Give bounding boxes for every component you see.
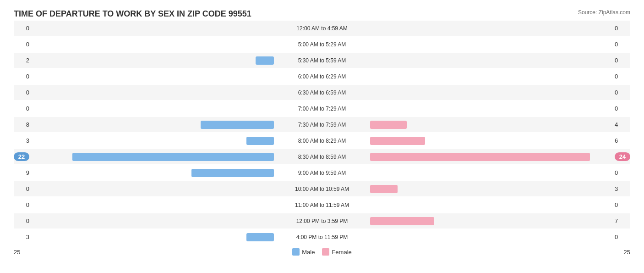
male-bar-wrap: [72, 153, 274, 161]
legend-male-box: [292, 248, 300, 256]
female-value: 0: [612, 169, 630, 176]
legend-female-label: Female: [332, 249, 351, 256]
table-row: 38:00 AM to 8:29 AM6: [14, 133, 630, 148]
table-row: 012:00 AM to 4:59 AM0: [14, 21, 630, 36]
male-value: 3: [14, 137, 32, 144]
chart-footer: 25 Male Female 25: [14, 248, 630, 256]
time-label: 6:00 AM to 6:29 AM: [298, 73, 346, 80]
time-label: 5:30 AM to 5:59 AM: [298, 57, 346, 64]
female-bar: [370, 121, 407, 129]
footer-right-val: 25: [624, 249, 630, 256]
male-bar-wrap: [201, 121, 274, 129]
female-bar-wrap: [370, 121, 407, 129]
male-value: 0: [14, 201, 32, 208]
female-value: 0: [612, 201, 630, 208]
time-label: 12:00 PM to 3:59 PM: [296, 218, 348, 224]
female-bar: [370, 153, 590, 161]
female-bar-wrap: [370, 137, 425, 145]
male-bar: [246, 137, 274, 145]
time-label: 10:00 AM to 10:59 AM: [295, 186, 349, 192]
female-value: 3: [612, 185, 630, 192]
bars-container: 8:00 AM to 8:29 AM: [32, 133, 612, 148]
bars-container: 12:00 PM to 3:59 PM: [32, 213, 612, 228]
time-label: 12:00 AM to 4:59 AM: [296, 25, 347, 32]
table-row: 06:30 AM to 6:59 AM0: [14, 85, 630, 100]
legend: Male Female: [292, 248, 352, 256]
time-label: 8:30 AM to 8:59 AM: [298, 154, 346, 160]
bars-container: 7:00 AM to 7:29 AM: [32, 101, 612, 116]
female-value: 7: [612, 217, 630, 224]
bars-container: 12:00 AM to 4:59 AM: [32, 21, 612, 36]
time-label: 5:00 AM to 5:29 AM: [298, 41, 346, 48]
female-value: 24: [615, 152, 630, 161]
female-value: 0: [612, 25, 630, 32]
bars-container: 5:00 AM to 5:29 AM: [32, 37, 612, 52]
female-value: 6: [612, 137, 630, 144]
table-row: 25:30 AM to 5:59 AM0: [14, 53, 630, 68]
male-bar-wrap: [191, 169, 274, 177]
chart-title: TIME OF DEPARTURE TO WORK BY SEX IN ZIP …: [14, 9, 251, 19]
time-label: 7:00 AM to 7:29 AM: [298, 106, 346, 112]
female-bar: [370, 137, 425, 145]
bars-container: 5:30 AM to 5:59 AM: [32, 53, 612, 68]
time-label: 9:00 AM to 9:59 AM: [298, 170, 346, 176]
table-row: 87:30 AM to 7:59 AM4: [14, 117, 630, 132]
male-bar-wrap: [246, 233, 274, 241]
bars-container: 6:30 AM to 6:59 AM: [32, 85, 612, 100]
legend-female-box: [322, 248, 329, 256]
female-value: 4: [612, 121, 630, 128]
male-value: 0: [14, 41, 32, 48]
male-value: 0: [14, 73, 32, 80]
time-label: 8:00 AM to 8:29 AM: [298, 138, 346, 144]
female-bar: [370, 217, 434, 225]
table-row: 06:00 AM to 6:29 AM0: [14, 69, 630, 84]
bars-container: 7:30 AM to 7:59 AM: [32, 117, 612, 132]
male-bar-wrap: [246, 137, 274, 145]
bars-container: 4:00 PM to 11:59 PM: [32, 229, 612, 245]
female-value: 0: [612, 89, 630, 96]
bars-container: 9:00 AM to 9:59 AM: [32, 165, 612, 180]
male-value: 0: [14, 25, 32, 32]
female-value: 0: [612, 57, 630, 64]
table-row: 05:00 AM to 5:29 AM0: [14, 37, 630, 52]
male-value: 2: [14, 57, 32, 64]
female-bar-wrap: [370, 217, 434, 225]
male-bar: [256, 56, 274, 65]
bars-container: 8:30 AM to 8:59 AM: [29, 149, 615, 164]
legend-male: Male: [292, 248, 315, 256]
bars-container: 10:00 AM to 10:59 AM: [32, 181, 612, 196]
male-bar: [246, 233, 274, 241]
table-row: 07:00 AM to 7:29 AM0: [14, 101, 630, 116]
table-row: 011:00 AM to 11:59 AM0: [14, 197, 630, 212]
male-value: 8: [14, 121, 32, 128]
table-row: 34:00 PM to 11:59 PM0: [14, 229, 630, 245]
female-value: 0: [612, 73, 630, 80]
table-row: 228:30 AM to 8:59 AM24: [14, 149, 630, 164]
time-label: 6:30 AM to 6:59 AM: [298, 89, 346, 96]
female-value: 0: [612, 105, 630, 112]
source-label: Source: ZipAtlas.com: [578, 9, 630, 16]
male-value: 9: [14, 169, 32, 176]
legend-male-label: Male: [302, 249, 315, 256]
female-value: 0: [612, 234, 630, 240]
bars-container: 6:00 AM to 6:29 AM: [32, 69, 612, 84]
male-bar: [191, 169, 274, 177]
footer-left-val: 25: [14, 249, 20, 256]
time-label: 11:00 AM to 11:59 AM: [295, 202, 349, 208]
male-bar: [72, 153, 274, 161]
bars-container: 11:00 AM to 11:59 AM: [32, 197, 612, 212]
male-bar-wrap: [256, 56, 274, 65]
time-label: 4:00 PM to 11:59 PM: [296, 234, 348, 240]
legend-female: Female: [322, 248, 351, 256]
time-label: 7:30 AM to 7:59 AM: [298, 122, 346, 128]
male-value: 22: [14, 152, 29, 161]
table-row: 010:00 AM to 10:59 AM3: [14, 181, 630, 196]
male-value: 0: [14, 217, 32, 224]
male-value: 0: [14, 105, 32, 112]
table-row: 99:00 AM to 9:59 AM0: [14, 165, 630, 180]
male-value: 0: [14, 89, 32, 96]
male-bar: [201, 121, 274, 129]
male-value: 0: [14, 185, 32, 192]
female-bar: [370, 185, 398, 193]
female-bar-wrap: [370, 153, 590, 161]
